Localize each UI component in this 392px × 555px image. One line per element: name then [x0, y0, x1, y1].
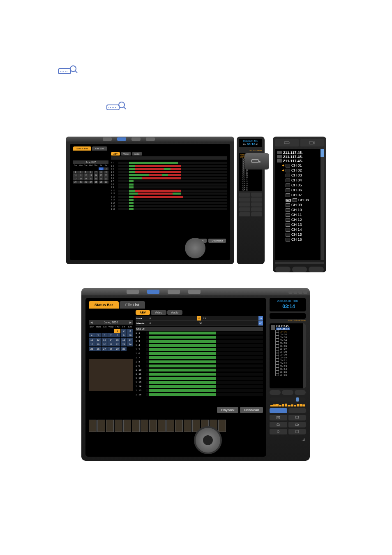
calendar[interactable]: June, 2007 SunMonTueWedThuFriSat 1234567…: [73, 160, 108, 183]
tree-channel[interactable]: CH 16: [240, 189, 261, 191]
resize-grip-icon[interactable]: [270, 436, 306, 444]
calendar-day[interactable]: 27: [88, 181, 93, 183]
tree-channel[interactable]: CH 06: [271, 344, 304, 347]
calendar-day[interactable]: 19: [83, 177, 88, 180]
calendar[interactable]: ◀ June, 2006 ▶ SunMonTueWedThuFriSat 123…: [89, 320, 133, 351]
next-month-icon[interactable]: ▶: [129, 321, 131, 324]
thumb[interactable]: [115, 420, 122, 432]
timeline-row[interactable]: 116: [136, 392, 263, 397]
cam-tab-icon[interactable]: [300, 139, 324, 146]
calendar-day[interactable]: 29: [114, 347, 120, 351]
calendar-day[interactable]: 24: [127, 342, 133, 346]
scrollbar[interactable]: [303, 323, 306, 388]
calendar-day[interactable]: 11: [89, 338, 95, 342]
channel-item[interactable]: CH 03: [282, 173, 322, 178]
thumb[interactable]: [166, 420, 174, 432]
thumb[interactable]: [218, 420, 226, 432]
dvr-node[interactable]: 211.117.45.: [277, 155, 322, 159]
calendar-day[interactable]: 12: [83, 174, 88, 177]
filter-all[interactable]: All: [200, 152, 203, 155]
calendar-day[interactable]: 18: [78, 177, 83, 180]
jog-control[interactable]: [185, 238, 205, 258]
time-ruler[interactable]: [111, 156, 227, 160]
calendar-day[interactable]: 28: [108, 347, 114, 351]
calendar-day[interactable]: 10: [73, 174, 78, 177]
mode-icon[interactable]: [168, 290, 180, 294]
volume-slider[interactable]: [270, 397, 306, 402]
tab-status-bar[interactable]: Status Bar: [89, 301, 119, 309]
channel-item[interactable]: CH 09: [282, 202, 322, 207]
timeline-row[interactable]: 112: [136, 376, 263, 380]
tree-channel[interactable]: CH 12: [271, 362, 304, 365]
calendar-day[interactable]: 14: [94, 174, 98, 177]
filter-motion[interactable]: Motion: [204, 152, 211, 155]
timeline-row[interactable]: 110: [111, 189, 227, 193]
calendar-day[interactable]: 4: [78, 171, 83, 174]
tree-channel[interactable]: CH 05: [271, 341, 304, 344]
calendar-day[interactable]: 21: [108, 342, 114, 346]
calendar-day[interactable]: 25: [78, 181, 83, 183]
timeline-row[interactable]: 13: [111, 167, 227, 171]
filter-abv[interactable]: ABV: [111, 152, 120, 156]
dvr-node[interactable]: 211.117.45.: [277, 159, 322, 163]
thumb[interactable]: [184, 420, 191, 432]
mode-icon[interactable]: [131, 137, 141, 141]
calendar-day[interactable]: 1: [99, 167, 103, 170]
print-icon[interactable]: [270, 422, 287, 427]
timeline-row[interactable]: 11: [136, 331, 263, 335]
calendar-day[interactable]: 28: [94, 181, 98, 183]
channel-item[interactable]: CH 05: [282, 183, 322, 188]
timeline-row[interactable]: 11: [111, 161, 227, 165]
calendar-day[interactable]: 23: [121, 342, 127, 346]
timeline-row[interactable]: 116: [111, 208, 227, 211]
calendar-day[interactable]: 13: [101, 338, 108, 342]
channel-item[interactable]: ◀CH 02: [282, 168, 322, 173]
filter-sensor[interactable]: Sensor: [212, 152, 220, 155]
calendar-day[interactable]: 8: [99, 171, 103, 174]
tab-file-list[interactable]: File List: [92, 146, 107, 151]
save-icon[interactable]: [288, 429, 306, 434]
mode-icon[interactable]: [146, 137, 155, 141]
side-btn[interactable]: [239, 197, 250, 202]
tree-channel[interactable]: CH 02: [271, 333, 304, 336]
calendar-day[interactable]: 15: [99, 174, 103, 177]
h-scrollbar[interactable]: [275, 262, 324, 264]
calendar-day[interactable]: 7: [108, 333, 114, 337]
calendar-day[interactable]: 16: [104, 174, 108, 177]
tree-channel[interactable]: CH 10: [271, 356, 304, 359]
dvr-tab-icon[interactable]: [275, 139, 299, 146]
download-button[interactable]: Download: [208, 239, 226, 243]
timeline-row[interactable]: 16: [136, 351, 263, 355]
timeline-row[interactable]: 19: [111, 186, 227, 189]
calendar-day[interactable]: 3: [127, 329, 133, 333]
calendar-day[interactable]: 6: [88, 171, 93, 174]
calendar-day[interactable]: 30: [104, 181, 108, 183]
mode-icon-active[interactable]: [117, 137, 126, 141]
calendar-day[interactable]: [73, 167, 78, 170]
calendar-day[interactable]: 22: [99, 177, 103, 180]
timeline-row[interactable]: 111: [111, 192, 227, 195]
channel-item[interactable]: CH 12: [282, 217, 322, 222]
timeline-row[interactable]: 14: [111, 171, 227, 174]
calendar-day[interactable]: [127, 347, 133, 351]
thumb[interactable]: [149, 420, 157, 432]
device-tree[interactable]: 211.117.45. 192.168.10. CH 01CH 02CH 03C…: [270, 323, 306, 388]
calendar-day[interactable]: 23: [104, 177, 108, 180]
calendar-day[interactable]: [88, 167, 93, 170]
timeline-row[interactable]: 14: [136, 343, 263, 347]
calendar-day[interactable]: 26: [95, 347, 101, 351]
layout-btn[interactable]: [270, 390, 281, 395]
calendar-day[interactable]: 11: [78, 174, 83, 177]
calendar-day[interactable]: 17: [73, 177, 78, 180]
timeline-row[interactable]: 115: [136, 388, 263, 392]
filter-video[interactable]: Video: [151, 310, 166, 315]
channel-item[interactable]: CH 11: [282, 212, 322, 217]
time-slider[interactable]: [270, 313, 306, 319]
timeline-row[interactable]: 113: [111, 198, 227, 202]
mode-icon[interactable]: [103, 137, 112, 141]
tree-channel[interactable]: CH 14: [271, 367, 304, 370]
calendar-day[interactable]: 22: [114, 342, 120, 346]
calendar-day[interactable]: 2: [121, 329, 127, 333]
thumb[interactable]: [132, 420, 140, 432]
timeline-row[interactable]: 13: [136, 339, 263, 343]
